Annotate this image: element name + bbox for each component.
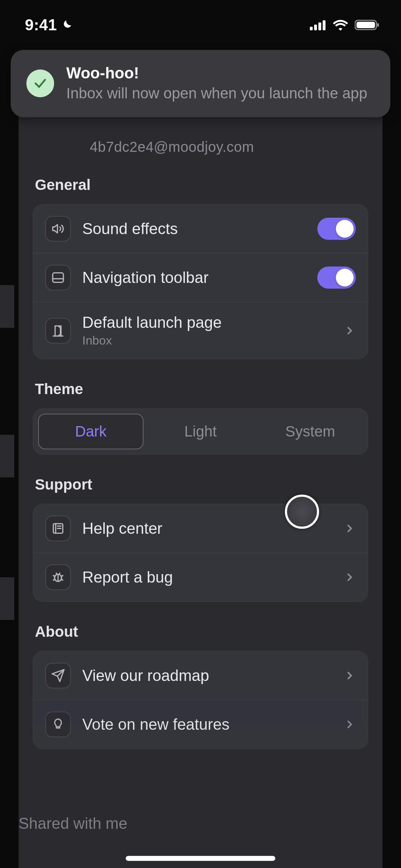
toggle-knob (336, 220, 354, 238)
about-group: View our roadmap Vote on new features (33, 651, 368, 749)
chevron-right-icon (344, 325, 356, 337)
home-indicator[interactable] (126, 856, 275, 861)
book-icon (45, 516, 71, 541)
general-group: Sound effects Navigation toolbar Default… (33, 204, 368, 359)
row-report-bug[interactable]: Report a bug (33, 553, 368, 601)
label-vote-features: Vote on new features (82, 715, 332, 733)
row-main: Report a bug (82, 568, 332, 586)
settings-sheet: 4b7dc2e4@moodjoy.com General Sound effec… (19, 96, 382, 868)
row-roadmap[interactable]: View our roadmap (33, 651, 368, 700)
label-sound-effects: Sound effects (82, 220, 306, 238)
chevron-right-icon (344, 718, 356, 730)
sound-icon (45, 216, 71, 242)
do-not-disturb-icon (61, 19, 73, 31)
row-main: Navigation toolbar (82, 269, 306, 286)
label-default-launch: Default launch page (82, 314, 332, 331)
theme-option-system[interactable]: System (257, 414, 363, 449)
svg-rect-1 (314, 25, 317, 30)
chevron-right-icon (344, 670, 356, 682)
wifi-icon (333, 19, 348, 31)
background-text-shared: Shared with me (19, 815, 382, 832)
status-left: 9:41 (25, 16, 73, 34)
theme-segmented-control: Dark Light System (33, 408, 368, 455)
svg-rect-0 (310, 27, 313, 30)
bug-icon (45, 564, 71, 590)
section-title-about: About (35, 623, 368, 640)
section-title-theme: Theme (35, 381, 368, 398)
row-main: Sound effects (82, 220, 306, 238)
label-report-bug: Report a bug (82, 568, 332, 586)
battery-icon (355, 19, 380, 31)
svg-rect-7 (53, 273, 63, 283)
support-group: Help center Report a bug (33, 504, 368, 602)
row-main: Default launch page Inbox (82, 314, 332, 347)
success-check-icon (26, 69, 54, 97)
label-navigation-toolbar: Navigation toolbar (82, 269, 306, 286)
toast-message: Inbox will now open when you launch the … (66, 84, 367, 103)
svg-line-19 (56, 573, 57, 574)
row-sound-effects[interactable]: Sound effects (33, 205, 368, 253)
toggle-navigation-toolbar[interactable] (317, 267, 356, 289)
section-title-general: General (35, 176, 368, 193)
status-right (310, 19, 380, 31)
toast-title: Woo-hoo! (66, 64, 367, 82)
toggle-sound-effects[interactable] (317, 218, 356, 240)
theme-option-light[interactable]: Light (148, 414, 253, 449)
row-default-launch[interactable]: Default launch page Inbox (33, 302, 368, 359)
svg-rect-5 (356, 22, 375, 28)
chevron-right-icon (344, 522, 356, 534)
svg-line-20 (59, 573, 60, 574)
toolbar-icon (45, 265, 71, 290)
lightbulb-icon (45, 712, 71, 737)
theme-option-dark[interactable]: Dark (38, 414, 144, 449)
status-bar: 9:41 (0, 11, 401, 39)
section-title-support: Support (35, 476, 368, 493)
send-icon (45, 663, 71, 688)
toggle-knob (336, 269, 354, 286)
account-email: 4b7dc2e4@moodjoy.com (90, 139, 368, 155)
background-hint (0, 577, 14, 620)
row-main: View our roadmap (82, 667, 332, 684)
row-vote-features[interactable]: Vote on new features (33, 700, 368, 749)
row-navigation-toolbar[interactable]: Navigation toolbar (33, 253, 368, 302)
svg-rect-3 (323, 20, 326, 30)
touch-cursor (285, 495, 319, 529)
svg-rect-2 (318, 22, 321, 30)
toast-body: Woo-hoo! Inbox will now open when you la… (66, 64, 367, 103)
chevron-right-icon (344, 571, 356, 583)
status-time: 9:41 (25, 16, 57, 34)
label-roadmap: View our roadmap (82, 667, 332, 684)
row-main: Vote on new features (82, 715, 332, 733)
door-icon (45, 318, 71, 343)
cellular-icon (310, 20, 326, 30)
svg-rect-6 (377, 23, 379, 27)
toast-notification[interactable]: Woo-hoo! Inbox will now open when you la… (11, 50, 390, 117)
value-default-launch: Inbox (82, 334, 332, 347)
